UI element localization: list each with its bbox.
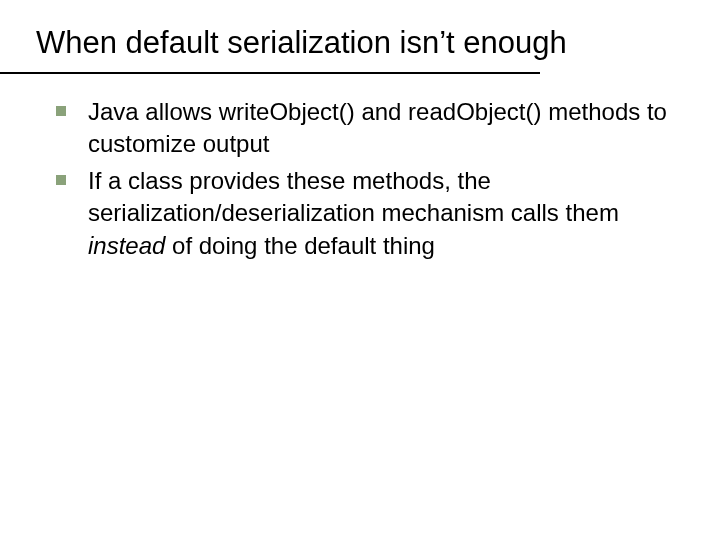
square-bullet-icon — [56, 175, 66, 185]
list-item: If a class provides these methods, the s… — [56, 165, 680, 262]
bullet-text: Java allows writeObject() and readObject… — [88, 96, 680, 161]
slide-body: Java allows writeObject() and readObject… — [56, 96, 680, 266]
divider — [0, 72, 540, 74]
list-item: Java allows writeObject() and readObject… — [56, 96, 680, 161]
bullet-text: If a class provides these methods, the s… — [88, 165, 680, 262]
slide-title: When default serialization isn’t enough — [36, 26, 700, 60]
slide: When default serialization isn’t enough … — [0, 0, 720, 540]
square-bullet-icon — [56, 106, 66, 116]
